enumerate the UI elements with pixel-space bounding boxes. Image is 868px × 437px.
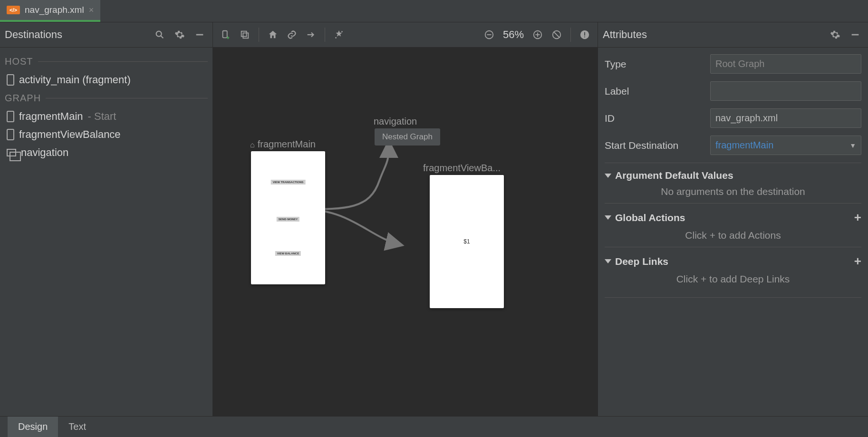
- attr-label-field[interactable]: [710, 81, 861, 101]
- global-actions-header[interactable]: Global Actions +: [605, 210, 861, 225]
- svg-point-9: [341, 31, 343, 32]
- destinations-panel: Destinations HOST activity_main (fragmen…: [0, 22, 213, 416]
- node-label-navigation: navigation: [374, 116, 417, 127]
- attributes-panel: Attributes Type Label ID Start Desti: [598, 22, 868, 416]
- home-icon[interactable]: [265, 27, 281, 43]
- argument-hint: No arguments on the destination: [605, 186, 861, 197]
- node-label-fragment-view-balance: fragmentViewBa...: [423, 163, 501, 174]
- toolbar-separator: [570, 28, 571, 42]
- graph-item-fragment-main[interactable]: fragmentMain - Start: [5, 107, 208, 126]
- zoom-level: 56%: [503, 29, 524, 41]
- tab-text[interactable]: Text: [58, 417, 96, 437]
- svg-line-17: [554, 32, 559, 38]
- attr-start-select[interactable]: fragmentMain ▼: [710, 136, 861, 155]
- add-deeplink-button[interactable]: +: [854, 254, 861, 269]
- screen-button: VIEW TRANSACTIONS: [271, 180, 306, 185]
- svg-rect-3: [223, 31, 227, 38]
- add-action-button[interactable]: +: [854, 210, 861, 225]
- screen-button: SEND MONEY: [277, 217, 299, 222]
- chevron-down-icon: ▼: [849, 142, 856, 149]
- balance-value: $1: [463, 238, 470, 245]
- toolbar-separator: [259, 28, 259, 42]
- node-label-fragment-main: ⌂fragmentMain: [250, 139, 316, 150]
- zoom-in-icon[interactable]: [530, 27, 546, 43]
- auto-arrange-icon[interactable]: [331, 27, 347, 43]
- minimize-icon[interactable]: [192, 27, 208, 43]
- graph-item-label: navigation: [21, 146, 68, 159]
- expand-icon: [605, 174, 611, 178]
- graph-section-label: GRAPH: [5, 93, 208, 104]
- deep-links-header[interactable]: Deep Links +: [605, 254, 861, 269]
- attr-label-label: Label: [605, 86, 704, 97]
- host-item[interactable]: activity_main (fragment): [5, 71, 208, 89]
- arrow-right-icon[interactable]: [303, 27, 319, 43]
- zoom-out-icon[interactable]: [481, 27, 497, 43]
- node-fragment-main[interactable]: VIEW TRANSACTIONS SEND MONEY VIEW BALANC…: [251, 151, 325, 284]
- host-item-label: activity_main (fragment): [19, 74, 131, 86]
- actions-hint: Click + to add Actions: [605, 230, 861, 241]
- nested-graph-icon[interactable]: [237, 27, 253, 43]
- attr-type-field[interactable]: [710, 54, 861, 74]
- attr-id-label: ID: [605, 113, 704, 124]
- gear-icon[interactable]: [172, 27, 188, 43]
- tab-design[interactable]: Design: [8, 417, 58, 437]
- argument-section-header[interactable]: Argument Default Values: [605, 170, 861, 181]
- new-destination-icon[interactable]: [218, 27, 234, 43]
- warnings-icon[interactable]: [577, 27, 593, 43]
- deeplinks-hint: Click + to add Deep Links: [605, 273, 861, 285]
- file-tab-bar: </> nav_graph.xml ×: [0, 0, 868, 22]
- editor-mode-tabs: Design Text: [0, 416, 868, 437]
- attr-type-label: Type: [605, 58, 704, 70]
- home-icon: ⌂: [250, 141, 255, 149]
- node-fragment-view-balance[interactable]: $1: [430, 175, 504, 308]
- svg-rect-19: [584, 32, 585, 36]
- svg-rect-6: [241, 31, 247, 37]
- attr-id-field[interactable]: [710, 108, 861, 128]
- nested-graph-icon: [7, 149, 16, 156]
- graph-item-navigation[interactable]: navigation: [5, 144, 208, 162]
- host-section-label: HOST: [5, 56, 208, 67]
- activity-icon: [7, 74, 14, 86]
- expand-icon: [605, 259, 611, 263]
- minimize-icon[interactable]: [847, 27, 863, 43]
- screen-button: VIEW BALANCE: [275, 251, 301, 256]
- attr-start-label: Start Destination: [605, 140, 704, 151]
- fragment-icon: [7, 129, 14, 140]
- design-canvas[interactable]: ⌂fragmentMain VIEW TRANSACTIONS SEND MON…: [213, 48, 598, 416]
- close-icon[interactable]: ×: [89, 5, 94, 15]
- attr-start-value: fragmentMain: [715, 140, 773, 151]
- attributes-title: Attributes: [603, 29, 823, 41]
- node-navigation[interactable]: Nested Graph: [375, 128, 440, 146]
- svg-point-10: [335, 37, 337, 39]
- graph-item-suffix: - Start: [88, 110, 116, 123]
- svg-line-1: [161, 36, 163, 38]
- file-tab-label: nav_graph.xml: [25, 5, 84, 15]
- canvas-toolbar: 56%: [213, 22, 598, 48]
- svg-point-0: [156, 31, 162, 37]
- xml-file-icon: </>: [7, 6, 20, 14]
- search-icon[interactable]: [152, 27, 168, 43]
- destinations-title: Destinations: [5, 29, 148, 41]
- toolbar-separator: [325, 28, 325, 42]
- svg-rect-7: [243, 33, 248, 38]
- graph-item-label: fragmentViewBalance: [19, 128, 121, 141]
- file-tab[interactable]: </> nav_graph.xml ×: [0, 0, 100, 22]
- svg-rect-20: [584, 37, 585, 38]
- expand-icon: [605, 215, 611, 220]
- graph-item-label: fragmentMain: [19, 110, 83, 123]
- gear-icon[interactable]: [827, 27, 843, 43]
- design-canvas-panel: 56% ⌂fragment: [213, 22, 598, 416]
- zoom-fit-icon[interactable]: [549, 27, 565, 43]
- graph-item-fragment-view-balance[interactable]: fragmentViewBalance: [5, 126, 208, 144]
- link-icon[interactable]: [284, 27, 300, 43]
- fragment-icon: [7, 111, 14, 122]
